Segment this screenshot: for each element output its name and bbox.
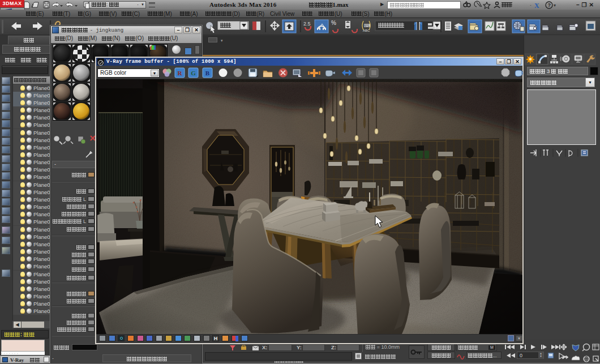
svg-text:⌨: ⌨ [364, 23, 371, 28]
svg-text:ABC: ABC [363, 29, 370, 32]
svg-text:G: G [191, 70, 196, 76]
svg-text:B: B [205, 70, 210, 76]
svg-text:▾: ▾ [554, 3, 556, 8]
svg-text:2.5: 2.5 [303, 21, 311, 27]
svg-text:?: ? [548, 2, 551, 8]
svg-text:X: X [534, 2, 539, 10]
svg-text:·: · [530, 2, 532, 8]
svg-text:%: % [331, 20, 336, 26]
svg-text:R: R [178, 70, 183, 76]
